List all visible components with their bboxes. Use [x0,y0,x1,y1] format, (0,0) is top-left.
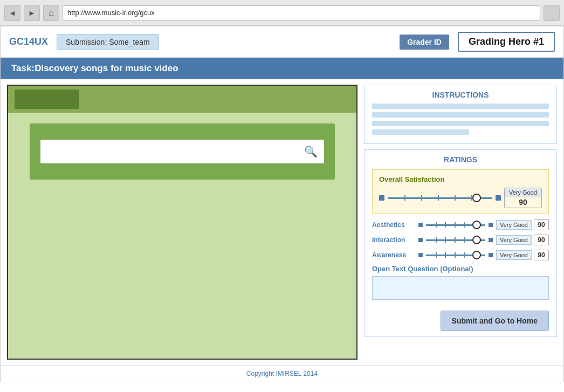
task-label: Task:Discovery songs for music video [11,63,178,73]
aw-tick-4 [464,252,465,258]
home-icon: ⌂ [49,8,54,18]
submission-label: Submission: Some_team [57,34,159,50]
a-tick-2 [445,222,446,228]
aesthetics-value-label: Very Good [496,220,532,230]
open-text-input[interactable] [372,276,549,300]
aw-tick-2 [445,252,446,258]
browser-menu-button[interactable] [544,5,560,21]
preview-panel: 🔍 [7,85,357,360]
search-icon[interactable]: 🔍 [304,145,318,158]
overall-slider-row: Very Good 90 [379,188,542,208]
overall-satisfaction-box: Overall Satisfaction [372,169,549,214]
a-tick-4 [464,222,465,228]
search-input[interactable] [47,144,304,159]
overall-rating-number: 90 [517,197,529,208]
aesthetics-value: Very Good 90 [496,219,549,230]
back-icon: ◄ [9,9,16,17]
overall-rating-label: Very Good [505,188,541,197]
browser-toolbar: ◄ ► ⌂ [0,0,564,26]
interaction-label: Interaction [372,236,415,244]
a-tick-3 [455,222,456,228]
preview-logo [15,90,79,109]
slider-right-end [496,195,501,201]
forward-icon: ► [28,9,36,17]
right-panel: INSTRUCTIONS RATINGS Overall Satisfactio… [364,85,557,360]
task-bar: Task:Discovery songs for music video [1,58,563,79]
forward-button[interactable]: ► [24,5,40,21]
overall-label: Overall Satisfaction [379,175,542,183]
interaction-thumb[interactable] [472,236,481,244]
slider-line [388,197,492,199]
overall-rating-value: Very Good 90 [504,188,542,208]
open-text-label: Open Text Question (Optional) [372,265,549,273]
instructions-title: INSTRUCTIONS [372,91,549,99]
aesthetics-slider-right [489,223,493,227]
aesthetics-label: Aesthetics [372,221,415,229]
instruction-line-3 [372,121,549,126]
instructions-box: INSTRUCTIONS [364,85,557,144]
aesthetics-slider-line [426,224,485,226]
ratings-title: RATINGS [372,155,549,164]
aesthetics-row: Aesthetics Very G [372,219,549,230]
awareness-slider-left [418,253,423,257]
tick-3 [438,195,439,201]
interaction-value-label: Very Good [496,235,532,245]
footer: Copyright IMIRSEL 2014 [1,365,563,382]
i-tick-4 [464,237,465,243]
interaction-slider-right [489,238,493,242]
back-button[interactable]: ◄ [4,5,20,21]
app-id: GC14UX [9,36,48,47]
aesthetics-slider[interactable] [426,221,485,229]
preview-top-bar [8,86,356,113]
awareness-value: Very Good 90 [496,250,549,260]
awareness-value-label: Very Good [496,250,532,260]
app-container: GC14UX Submission: Some_team Grader ID G… [0,26,564,382]
interaction-slider-line [426,239,485,241]
app-header: GC14UX Submission: Some_team Grader ID G… [1,26,563,58]
awareness-label: Awareness [372,251,415,259]
interaction-row: Interaction Very [372,235,549,245]
i-tick-2 [445,237,446,243]
aw-tick-1 [436,252,437,258]
aesthetics-value-number: 90 [534,219,549,230]
grader-id-value: Grading Hero #1 [458,32,555,52]
grader-id-label: Grader ID [400,35,449,50]
search-bar: 🔍 [40,140,324,163]
slider-left-end [379,195,384,201]
awareness-slider-line [426,255,485,256]
aesthetics-thumb[interactable] [472,221,481,229]
instruction-line-2 [372,112,549,118]
awareness-row: Awareness Very Go [372,250,549,260]
interaction-slider-left [418,238,423,242]
interaction-slider[interactable] [426,236,485,244]
instruction-line-1 [372,104,549,109]
a-tick-1 [436,222,437,228]
footer-text: Copyright IMIRSEL 2014 [246,370,318,377]
awareness-slider[interactable] [426,251,485,259]
overall-slider[interactable] [388,192,492,203]
aw-tick-3 [455,252,456,258]
slider-thumb[interactable] [472,194,481,202]
tick-4 [455,195,456,201]
awareness-slider-right [489,253,493,257]
submit-button[interactable]: Submit and Go to Home [441,311,549,331]
tick-1 [404,195,405,201]
main-content: 🔍 INSTRUCTIONS RATINGS Overall Satisfact… [1,79,563,365]
awareness-value-number: 90 [534,250,549,260]
preview-search-area: 🔍 [30,123,335,180]
i-tick-1 [436,237,437,243]
aesthetics-slider-left [418,223,423,227]
interaction-value-number: 90 [534,235,549,245]
tick-2 [421,195,422,201]
url-bar[interactable] [63,5,540,20]
ratings-box: RATINGS Overall Satisfaction [364,149,557,337]
instruction-line-4 [372,129,469,135]
awareness-thumb[interactable] [472,251,481,259]
home-button[interactable]: ⌂ [43,5,59,21]
i-tick-3 [455,237,456,243]
interaction-value: Very Good 90 [496,235,549,245]
